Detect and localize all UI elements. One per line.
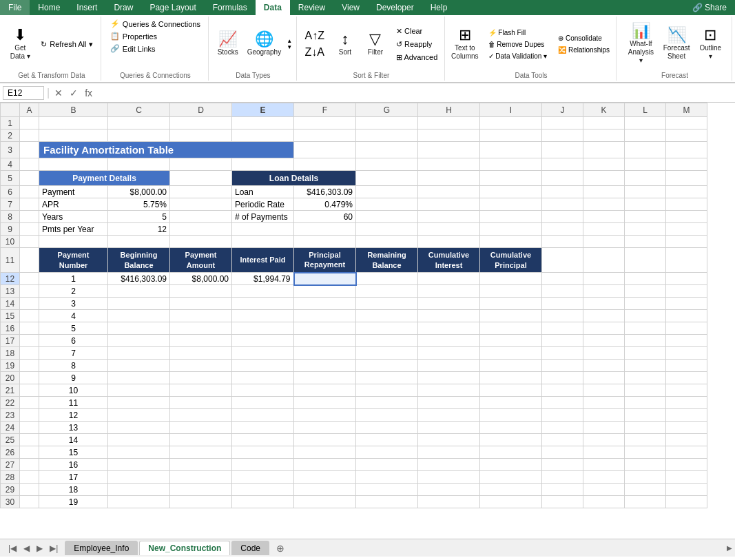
geography-button[interactable]: 🌐 Geography: [245, 30, 284, 58]
cell-i3[interactable]: [480, 142, 542, 158]
cell-c6[interactable]: $8,000.00: [108, 186, 170, 198]
cell-e8[interactable]: # of Payments: [232, 211, 294, 223]
consolidate-button[interactable]: ⊕ Consolidate: [554, 33, 614, 43]
cell-a5[interactable]: [20, 171, 39, 186]
cell-a2[interactable]: [20, 129, 39, 142]
row-header-15[interactable]: 15: [1, 310, 20, 322]
stocks-button[interactable]: 📈 Stocks: [214, 30, 242, 58]
cell-h12[interactable]: [418, 273, 480, 285]
cell-j12[interactable]: [542, 273, 583, 285]
cell-i5[interactable]: [480, 171, 542, 186]
cell-cumulative-principal-header[interactable]: CumulativePrincipal: [480, 248, 542, 273]
cell-d5[interactable]: [170, 171, 232, 186]
cell-k4[interactable]: [583, 158, 625, 171]
cell-h6[interactable]: [418, 186, 480, 198]
cell-c9[interactable]: 12: [108, 223, 170, 236]
add-sheet-button[interactable]: ⊕: [271, 541, 290, 556]
cell-b12[interactable]: 1: [39, 273, 108, 285]
tab-review[interactable]: Review: [290, 0, 333, 15]
row-header-5[interactable]: 5: [1, 171, 20, 186]
row-header-25[interactable]: 25: [1, 434, 20, 446]
tab-code[interactable]: Code: [231, 541, 269, 555]
cell-i7[interactable]: [480, 198, 542, 211]
cell-g12[interactable]: [356, 273, 418, 285]
row-header-27[interactable]: 27: [1, 459, 20, 471]
cell-b10[interactable]: [39, 236, 108, 248]
row-header-12[interactable]: 12: [1, 273, 20, 285]
cell-i1[interactable]: [480, 117, 542, 129]
relationships-button[interactable]: 🔀 Relationships: [554, 45, 614, 55]
cell-k10[interactable]: [583, 236, 625, 248]
cell-m4[interactable]: [666, 158, 707, 171]
cancel-formula-icon[interactable]: ✕: [52, 87, 65, 98]
cell-f10[interactable]: [294, 236, 356, 248]
row-header-30[interactable]: 30: [1, 496, 20, 508]
cell-e1[interactable]: [232, 117, 294, 129]
tab-share[interactable]: 🔗 Share: [684, 0, 735, 15]
cell-k3[interactable]: [583, 142, 625, 158]
row-header-14[interactable]: 14: [1, 298, 20, 310]
clear-button[interactable]: ✕ Clear: [392, 25, 426, 37]
cell-c7[interactable]: 5.75%: [108, 198, 170, 211]
outline-button[interactable]: ⊡ Outline ▾: [695, 26, 726, 62]
row-header-10[interactable]: 10: [1, 236, 20, 248]
row-header-28[interactable]: 28: [1, 471, 20, 484]
cell-d6[interactable]: [170, 186, 232, 198]
cell-j2[interactable]: [542, 129, 583, 142]
refresh-all-button[interactable]: ↻ Refresh All ▾: [37, 39, 96, 50]
cell-payment-number-header[interactable]: PaymentNumber: [39, 248, 108, 273]
cell-l12[interactable]: [625, 273, 666, 285]
get-data-button[interactable]: ⬇ GetData ▾: [6, 26, 34, 62]
cell-d8[interactable]: [170, 211, 232, 223]
cell-k12[interactable]: [583, 273, 625, 285]
cell-f4[interactable]: [294, 158, 356, 171]
cell-f9[interactable]: [294, 223, 356, 236]
cell-l3[interactable]: [625, 142, 666, 158]
cell-m7[interactable]: [666, 198, 707, 211]
data-types-scroll-up[interactable]: ▲: [287, 38, 292, 44]
insert-function-icon[interactable]: fx: [83, 87, 94, 98]
tab-insert[interactable]: Insert: [68, 0, 105, 15]
cell-m8[interactable]: [666, 211, 707, 223]
data-validation-button[interactable]: ✓ Data Validation ▾: [484, 51, 552, 61]
cell-i8[interactable]: [480, 211, 542, 223]
cell-h5[interactable]: [418, 171, 480, 186]
cell-d4[interactable]: [170, 158, 232, 171]
cell-d12[interactable]: $8,000.00: [170, 273, 232, 285]
cell-l5[interactable]: [625, 171, 666, 186]
tab-nav-next[interactable]: ▶: [34, 542, 45, 554]
cell-a4[interactable]: [20, 158, 39, 171]
forecast-sheet-button[interactable]: 📉 ForecastSheet: [661, 26, 692, 62]
cell-h8[interactable]: [418, 211, 480, 223]
cell-g7[interactable]: [356, 198, 418, 211]
col-header-b[interactable]: B: [39, 103, 108, 117]
filter-button[interactable]: ▽ Filter: [362, 30, 389, 58]
cell-k2[interactable]: [583, 129, 625, 142]
cell-l7[interactable]: [625, 198, 666, 211]
flash-fill-button[interactable]: ⚡ Flash Fill: [484, 28, 552, 38]
cell-e6[interactable]: Loan: [232, 186, 294, 198]
grid-wrapper[interactable]: A B C D E F G H I J K L M: [0, 103, 735, 539]
cell-k9[interactable]: [583, 223, 625, 236]
col-header-m[interactable]: M: [666, 103, 707, 117]
cell-c1[interactable]: [108, 117, 170, 129]
cell-m9[interactable]: [666, 223, 707, 236]
tab-nav-first[interactable]: |◀: [6, 542, 19, 554]
cell-m11[interactable]: [666, 248, 707, 273]
col-header-a[interactable]: A: [20, 103, 39, 117]
col-header-k[interactable]: K: [583, 103, 625, 117]
row-header-16[interactable]: 16: [1, 322, 20, 335]
tab-file[interactable]: File: [0, 0, 30, 15]
cell-b2[interactable]: [39, 129, 108, 142]
cell-h10[interactable]: [418, 236, 480, 248]
advanced-button[interactable]: ⊞ Advanced: [392, 52, 442, 63]
tab-nav-prev[interactable]: ◀: [21, 542, 32, 554]
cell-b9[interactable]: Pmts per Year: [39, 223, 108, 236]
cell-e7[interactable]: Periodic Rate: [232, 198, 294, 211]
cell-c8[interactable]: 5: [108, 211, 170, 223]
cell-g9[interactable]: [356, 223, 418, 236]
cell-b8[interactable]: Years: [39, 211, 108, 223]
cell-m12[interactable]: [666, 273, 707, 285]
cell-e9[interactable]: [232, 223, 294, 236]
cell-l1[interactable]: [625, 117, 666, 129]
